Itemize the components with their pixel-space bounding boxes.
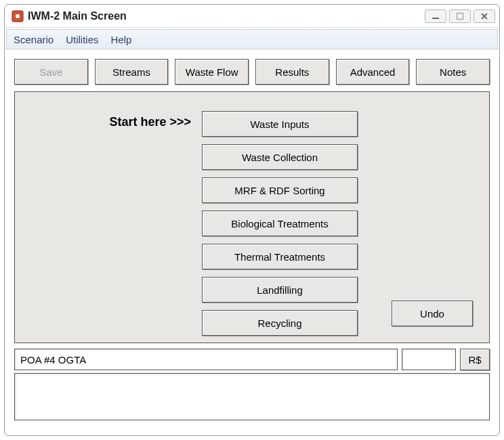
close-button[interactable] bbox=[474, 9, 495, 23]
save-button[interactable]: Save bbox=[14, 59, 88, 85]
flow-buttons: Waste Inputs Waste Collection MRF & RDF … bbox=[202, 111, 358, 336]
menu-utilities[interactable]: Utilities bbox=[66, 34, 98, 45]
app-window: IWM-2 Main Screen Scenario Utilities Hel… bbox=[4, 4, 500, 436]
svg-rect-3 bbox=[457, 13, 463, 19]
notes-button[interactable]: Notes bbox=[416, 59, 490, 85]
waste-inputs-button[interactable]: Waste Inputs bbox=[202, 111, 358, 137]
window-controls bbox=[425, 9, 495, 23]
menu-help[interactable]: Help bbox=[111, 34, 132, 45]
mrf-rdf-sorting-button[interactable]: MRF & RDF Sorting bbox=[202, 177, 358, 203]
maximize-button[interactable] bbox=[449, 9, 471, 23]
start-here-label: Start here >>> bbox=[28, 111, 191, 129]
undo-button[interactable]: Undo bbox=[392, 301, 473, 326]
svg-rect-2 bbox=[432, 18, 439, 19]
scenario-name-field[interactable]: POA #4 OGTA bbox=[14, 349, 398, 370]
thermal-treatments-button[interactable]: Thermal Treatments bbox=[202, 244, 358, 269]
main-panel: Start here >>> Waste Inputs Waste Collec… bbox=[14, 91, 490, 343]
menu-bar: Scenario Utilities Help bbox=[6, 29, 498, 49]
status-row: POA #4 OGTA R$ bbox=[14, 349, 490, 370]
currency-button[interactable]: R$ bbox=[460, 349, 490, 370]
biological-treatments-button[interactable]: Biological Treatments bbox=[202, 211, 358, 236]
title-bar: IWM-2 Main Screen bbox=[5, 5, 499, 28]
scenario-name-value: POA #4 OGTA bbox=[20, 354, 86, 366]
secondary-field[interactable] bbox=[402, 349, 456, 370]
streams-button[interactable]: Streams bbox=[95, 59, 169, 85]
waste-flow-button[interactable]: Waste Flow bbox=[175, 59, 249, 85]
results-button[interactable]: Results bbox=[255, 59, 329, 85]
toolbar: Save Streams Waste Flow Results Advanced… bbox=[5, 49, 499, 91]
waste-collection-button[interactable]: Waste Collection bbox=[202, 144, 358, 170]
window-title: IWM-2 Main Screen bbox=[28, 10, 425, 22]
svg-point-1 bbox=[16, 14, 20, 18]
recycling-button[interactable]: Recycling bbox=[202, 310, 358, 336]
app-icon bbox=[12, 10, 24, 22]
landfilling-button[interactable]: Landfilling bbox=[202, 277, 358, 303]
advanced-button[interactable]: Advanced bbox=[336, 59, 410, 85]
log-box[interactable] bbox=[14, 373, 490, 420]
menu-scenario[interactable]: Scenario bbox=[14, 34, 54, 45]
minimize-button[interactable] bbox=[425, 9, 446, 23]
